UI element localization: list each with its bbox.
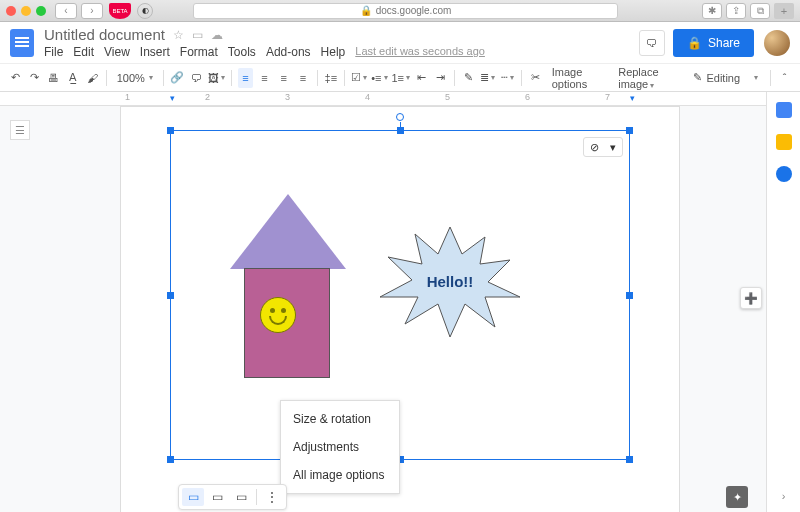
- menu-edit[interactable]: Edit: [73, 45, 94, 59]
- speech-text: Hello!!: [427, 273, 474, 290]
- horizontal-ruler[interactable]: ▾ 1 2 3 4 5 6 7 ▾: [0, 92, 766, 106]
- share-safari-icon[interactable]: ⇪: [726, 3, 746, 19]
- insert-image-button[interactable]: 🖼▾: [208, 68, 225, 88]
- resize-handle-ne[interactable]: [626, 127, 633, 134]
- share-button[interactable]: 🔒 Share: [673, 29, 754, 57]
- star-icon[interactable]: ☆: [173, 28, 184, 42]
- border-color-button[interactable]: ✎: [461, 68, 476, 88]
- collapse-toolbar-button[interactable]: ˆ: [777, 68, 792, 88]
- move-icon[interactable]: ▭: [192, 28, 203, 42]
- shield-icon[interactable]: ✱: [702, 3, 722, 19]
- workspace: ▾ 1 2 3 4 5 6 7 ▾ ☰ ⊘ ▾: [0, 92, 800, 512]
- chevron-right-icon[interactable]: ›: [782, 490, 786, 502]
- docs-header: Untitled document ☆ ▭ ☁ File Edit View I…: [0, 22, 800, 64]
- comments-button[interactable]: 🗨: [639, 30, 665, 56]
- tasks-icon[interactable]: [776, 166, 792, 182]
- menu-bar: File Edit View Insert Format Tools Add-o…: [44, 45, 485, 59]
- outline-toggle-button[interactable]: ☰: [10, 120, 30, 140]
- more-options-button[interactable]: ⋮: [261, 488, 283, 506]
- menu-view[interactable]: View: [104, 45, 130, 59]
- align-left-button[interactable]: ≡: [238, 68, 253, 88]
- resize-handle-n[interactable]: [397, 127, 404, 134]
- paint-format-button[interactable]: 🖌: [85, 68, 100, 88]
- ctx-adjustments[interactable]: Adjustments: [281, 433, 399, 461]
- calendar-icon[interactable]: [776, 102, 792, 118]
- toolbar: ↶ ↷ 🖶 A̲ 🖌 100%▾ 🔗 🗩 🖼▾ ≡ ≡ ≡ ≡ ‡≡ ☑▾ •≡…: [0, 64, 800, 92]
- add-comment-floating-button[interactable]: ➕: [740, 287, 762, 309]
- link-button[interactable]: 🔗: [170, 68, 185, 88]
- new-tab-button[interactable]: +: [774, 3, 794, 19]
- close-window-icon[interactable]: [6, 6, 16, 16]
- ctx-all-image-options[interactable]: All image options: [281, 461, 399, 489]
- image-context-menu: Size & rotation Adjustments All image op…: [280, 400, 400, 494]
- minimize-window-icon[interactable]: [21, 6, 31, 16]
- numbered-list-button[interactable]: 1≡▾: [392, 68, 411, 88]
- ctx-size-rotation[interactable]: Size & rotation: [281, 405, 399, 433]
- menu-file[interactable]: File: [44, 45, 63, 59]
- menu-addons[interactable]: Add-ons: [266, 45, 311, 59]
- wrap-inline-button[interactable]: ▭: [182, 488, 204, 506]
- link-chip-icon[interactable]: ⊘: [590, 141, 599, 154]
- url-text: docs.google.com: [376, 5, 452, 16]
- menu-insert[interactable]: Insert: [140, 45, 170, 59]
- border-dash-button[interactable]: ┄▾: [500, 68, 515, 88]
- docs-logo-icon[interactable]: [10, 29, 34, 57]
- image-inline-toolbar[interactable]: ⊘ ▾: [583, 137, 623, 157]
- forward-button[interactable]: ›: [81, 3, 103, 19]
- menu-format[interactable]: Format: [180, 45, 218, 59]
- menu-tools[interactable]: Tools: [228, 45, 256, 59]
- resize-handle-nw[interactable]: [167, 127, 174, 134]
- align-center-button[interactable]: ≡: [257, 68, 272, 88]
- spellcheck-button[interactable]: A̲: [66, 68, 81, 88]
- image-options-button[interactable]: Image options: [547, 66, 609, 90]
- canvas[interactable]: ▾ 1 2 3 4 5 6 7 ▾ ☰ ⊘ ▾: [0, 92, 766, 512]
- print-button[interactable]: 🖶: [46, 68, 61, 88]
- resize-handle-e[interactable]: [626, 292, 633, 299]
- wrap-wraptext-button[interactable]: ▭: [206, 488, 228, 506]
- line-spacing-button[interactable]: ‡≡: [323, 68, 338, 88]
- redo-button[interactable]: ↷: [27, 68, 42, 88]
- keep-icon[interactable]: [776, 134, 792, 150]
- increase-indent-button[interactable]: ⇥: [433, 68, 448, 88]
- resize-handle-w[interactable]: [167, 292, 174, 299]
- tabs-icon[interactable]: ⧉: [750, 3, 770, 19]
- reader-mode-icon[interactable]: ◐: [137, 3, 153, 19]
- text-wrap-bar: ▭ ▭ ▭ ⋮: [178, 484, 287, 510]
- zoom-window-icon[interactable]: [36, 6, 46, 16]
- replace-image-dropdown[interactable]: Replace image▾: [613, 66, 683, 90]
- rotate-handle[interactable]: [396, 113, 404, 121]
- account-avatar[interactable]: [764, 30, 790, 56]
- drawing-starburst: Hello!!: [370, 222, 530, 344]
- chevron-down-icon[interactable]: ▾: [610, 141, 616, 154]
- lock-icon: 🔒: [360, 5, 372, 16]
- decrease-indent-button[interactable]: ⇤: [414, 68, 429, 88]
- beta-badge-icon: BETA: [109, 3, 131, 19]
- wrap-break-button[interactable]: ▭: [230, 488, 252, 506]
- side-panel: ›: [766, 92, 800, 512]
- align-justify-button[interactable]: ≡: [295, 68, 310, 88]
- undo-button[interactable]: ↶: [8, 68, 23, 88]
- checklist-button[interactable]: ☑▾: [351, 68, 367, 88]
- lock-icon: 🔒: [687, 36, 702, 50]
- zoom-dropdown[interactable]: 100%▾: [113, 72, 157, 84]
- back-button[interactable]: ‹: [55, 3, 77, 19]
- browser-titlebar: ‹ › BETA ◐ 🔒 docs.google.com ✱ ⇪ ⧉ +: [0, 0, 800, 22]
- comment-add-button[interactable]: 🗩: [189, 68, 204, 88]
- drawing-smiley-icon: [260, 297, 296, 333]
- align-right-button[interactable]: ≡: [276, 68, 291, 88]
- share-label: Share: [708, 36, 740, 50]
- resize-handle-se[interactable]: [626, 456, 633, 463]
- last-edit-text[interactable]: Last edit was seconds ago: [355, 45, 485, 59]
- document-title[interactable]: Untitled document: [44, 26, 165, 43]
- mode-dropdown[interactable]: ✎ Editing▾: [687, 71, 764, 84]
- explore-button[interactable]: ✦: [726, 486, 748, 508]
- cloud-status-icon[interactable]: ☁: [211, 28, 223, 42]
- address-bar[interactable]: 🔒 docs.google.com: [193, 3, 618, 19]
- resize-handle-sw[interactable]: [167, 456, 174, 463]
- menu-help[interactable]: Help: [321, 45, 346, 59]
- crop-button[interactable]: ✂: [528, 68, 543, 88]
- drawing-triangle: [230, 194, 346, 269]
- border-weight-button[interactable]: ≣▾: [480, 68, 495, 88]
- bulleted-list-button[interactable]: •≡▾: [371, 68, 387, 88]
